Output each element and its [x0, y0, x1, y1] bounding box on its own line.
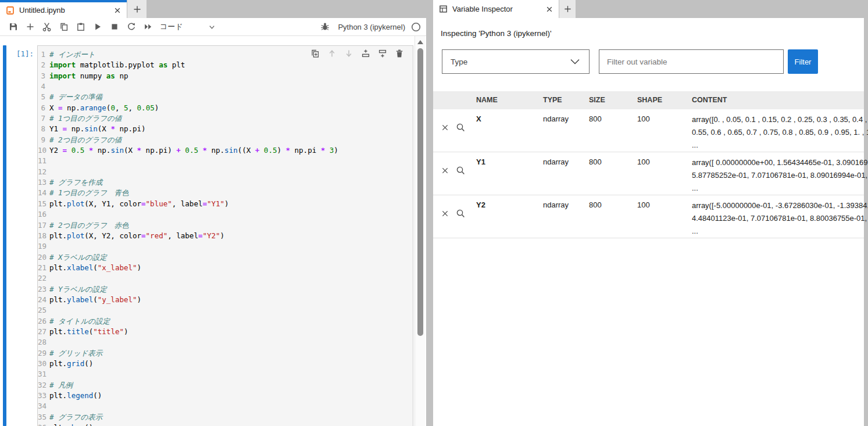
move-cell-down-icon[interactable]	[343, 48, 354, 59]
restart-run-all-icon[interactable]	[140, 19, 156, 34]
line-number: 21	[38, 263, 48, 273]
code-line[interactable]: 5# データの準備	[38, 92, 413, 102]
cell-collapser[interactable]	[3, 45, 6, 426]
variable-type: ndarray	[543, 156, 589, 195]
code-line[interactable]: 21plt.xlabel("x_label")	[38, 263, 413, 273]
copy-cell-icon[interactable]	[55, 19, 72, 34]
close-tab-icon[interactable]	[113, 6, 122, 15]
cell-type-label: コード	[160, 22, 183, 32]
tab-title: Untitled.ipynb	[19, 6, 113, 15]
code-line[interactable]: 33plt.legend()	[38, 391, 413, 401]
code-line[interactable]: 13# グラフを作成	[38, 177, 413, 188]
scrollbar-thumb[interactable]	[417, 48, 423, 336]
close-tab-icon[interactable]	[545, 5, 554, 14]
code-line[interactable]: 35# グラフの表示	[38, 412, 413, 423]
line-number: 28	[38, 337, 48, 348]
code-line[interactable]: 15plt.plot(X, Y1, color="blue", label="Y…	[38, 199, 413, 209]
restart-kernel-icon[interactable]	[123, 19, 140, 34]
code-line[interactable]: 25	[38, 305, 413, 316]
code-line[interactable]: 16	[38, 209, 413, 220]
code-line[interactable]: 9# 2つ目のグラフの値	[38, 135, 413, 145]
line-number: 17	[38, 220, 48, 231]
stop-icon[interactable]	[106, 19, 123, 34]
code-line[interactable]: 22	[38, 273, 413, 284]
paste-cell-icon[interactable]	[72, 19, 89, 34]
code-line[interactable]: 19	[38, 241, 413, 252]
line-number: 31	[38, 369, 48, 380]
line-number: 36	[38, 423, 48, 426]
inspect-variable-icon[interactable]	[456, 123, 466, 133]
code-line[interactable]: 36plt.show()	[38, 423, 413, 426]
tab-untitled-ipynb[interactable]: Untitled.ipynb	[0, 0, 127, 18]
jupyterlab-app: Untitled.ipynb	[0, 0, 868, 426]
duplicate-cell-icon[interactable]	[309, 48, 320, 59]
code-line[interactable]: 3import numpy as np	[38, 71, 413, 81]
code-line[interactable]: 17# 2つ目のグラフ 赤色	[38, 220, 413, 231]
notebook-scrollbar[interactable]	[415, 36, 425, 426]
tab-variable-inspector[interactable]: Variable Inspector	[433, 0, 559, 18]
code-line[interactable]: 11	[38, 156, 413, 166]
new-tab-button[interactable]	[127, 0, 147, 18]
code-line[interactable]: 23# Yラベルの設定	[38, 284, 413, 295]
code-cell-editor[interactable]: 1# インポート2import matplotlib.pyplot as plt…	[37, 45, 413, 426]
code-line[interactable]: 7# 1つ目のグラフの値	[38, 113, 413, 124]
code-lines[interactable]: 1# インポート2import matplotlib.pyplot as plt…	[38, 49, 413, 426]
variable-name: Y1	[476, 156, 543, 195]
code-line[interactable]: 8Y1 = np.sin(X * np.pi)	[38, 124, 413, 134]
filter-variable-input[interactable]	[599, 49, 784, 74]
column-header-shape: SHAPE	[637, 91, 692, 109]
add-cell-icon[interactable]	[22, 19, 38, 34]
notebook-icon	[6, 6, 15, 15]
code-line[interactable]: 32# 凡例	[38, 380, 413, 391]
insert-cell-below-icon[interactable]	[377, 48, 388, 59]
filter-button[interactable]: Filter	[788, 49, 818, 74]
run-icon[interactable]	[89, 19, 106, 34]
code-line[interactable]: 31	[38, 369, 413, 380]
line-number: 26	[38, 316, 48, 327]
cut-cell-icon[interactable]	[38, 19, 55, 34]
notebook-content-area: [1]:	[0, 36, 426, 426]
delete-cell-icon[interactable]	[394, 48, 405, 59]
delete-variable-icon[interactable]	[440, 166, 450, 176]
insert-cell-above-icon[interactable]	[360, 48, 371, 59]
column-header-name: NAME	[476, 91, 543, 109]
variable-size: 800	[589, 156, 637, 195]
move-cell-up-icon[interactable]	[326, 48, 337, 59]
column-header-type: TYPE	[543, 91, 589, 109]
save-icon[interactable]	[5, 19, 22, 34]
code-line[interactable]: 20# Xラベルの設定	[38, 252, 413, 263]
kernel-status-circle-icon	[410, 19, 422, 34]
line-number: 2	[38, 60, 48, 70]
delete-variable-icon[interactable]	[440, 123, 450, 133]
code-line[interactable]: 30plt.grid()	[38, 359, 413, 369]
delete-variable-icon[interactable]	[440, 209, 450, 219]
code-line[interactable]: 12	[38, 167, 413, 177]
code-line[interactable]: 14# 1つ目のグラフ 青色	[38, 188, 413, 198]
debugger-bug-icon[interactable]	[316, 19, 333, 34]
inspect-variable-icon[interactable]	[456, 166, 466, 176]
cell-type-dropdown[interactable]: コード	[160, 22, 216, 32]
code-line[interactable]: 24plt.ylabel("y_label")	[38, 295, 413, 305]
code-line[interactable]: 10Y2 = 0.5 * np.sin(X * np.pi) + 0.5 * n…	[38, 145, 413, 156]
line-number: 6	[38, 103, 48, 113]
code-line[interactable]: 18plt.plot(X, Y2, color="red", label="Y2…	[38, 231, 413, 241]
code-line[interactable]: 6X = np.arange(0, 5, 0.05)	[38, 103, 413, 113]
code-line[interactable]: 29# グリッド表示	[38, 348, 413, 359]
code-line[interactable]: 27plt.title("title")	[38, 327, 413, 337]
code-line[interactable]: 34	[38, 401, 413, 411]
type-filter-dropdown[interactable]: Type	[442, 49, 590, 74]
kernel-name-label[interactable]: Python 3 (ipykernel)	[338, 23, 405, 31]
new-tab-button[interactable]	[559, 0, 576, 18]
panel-divider[interactable]	[426, 0, 433, 426]
variable-shape: 100	[637, 113, 692, 152]
inspect-variable-icon[interactable]	[456, 209, 466, 219]
code-line[interactable]: 26# タイトルの設定	[38, 316, 413, 327]
code-line[interactable]: 28	[38, 337, 413, 348]
inspecting-label: Inspecting 'Python 3 (ipykernel)'	[441, 29, 552, 38]
line-number: 13	[38, 177, 48, 188]
code-line[interactable]: 2import matplotlib.pyplot as plt	[38, 60, 413, 70]
variable-content: array([-5.00000000e-01, -3.67286030e-01,…	[692, 199, 868, 238]
code-line[interactable]: 4	[38, 81, 413, 92]
scrollbar-up-arrow-icon[interactable]	[417, 40, 423, 44]
chevron-down-icon	[208, 23, 216, 31]
